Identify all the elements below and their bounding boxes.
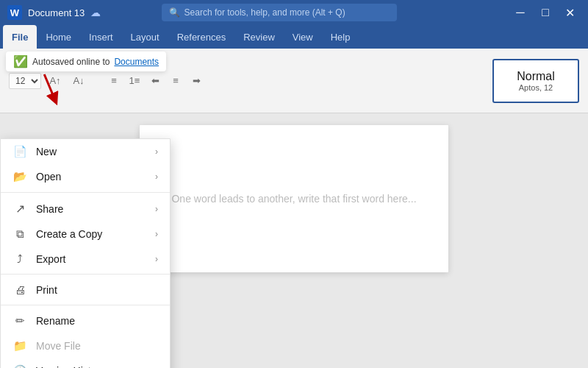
print-icon: 🖨 [12,283,27,296]
file-menu-overlay: 📄 New › 📂 Open › ↗ Share › ⧉ Cr [0,138,171,368]
minimize-button[interactable]: ─ [510,2,531,23]
tab-layout[interactable]: Layout [122,25,168,49]
export-icon: ⤴ [12,252,27,265]
move-file-icon: 📁 [12,339,27,353]
search-icon: 🔍 [169,7,180,18]
copy-icon: ⧉ [12,227,27,241]
export-label: Export [36,253,146,265]
window-controls: ─ □ ✕ [510,2,581,23]
menu-item-print[interactable]: 🖨 Print [1,277,170,302]
title-bar-left: W Document 13 ☁ [7,5,101,20]
version-history-label: Version History [36,365,158,368]
tab-insert[interactable]: Insert [80,25,122,49]
tab-file[interactable]: File [3,25,37,49]
svg-line-1 [37,74,62,99]
version-history-icon: 🕐 [12,364,27,368]
open-label: Open [36,171,146,183]
tab-home[interactable]: Home [37,25,80,49]
title-bar: W Document 13 ☁ 🔍 ─ □ ✕ [0,0,588,25]
style-card-subtitle: Aptos, 12 [519,83,553,92]
rename-label: Rename [36,315,158,327]
rename-icon: ✏ [12,314,27,328]
align-center-button[interactable]: ≡ [166,72,185,90]
align-right-button[interactable]: ➡ [187,72,206,90]
tab-view[interactable]: View [284,25,322,49]
tab-references[interactable]: References [168,25,234,49]
menu-item-rename[interactable]: ✏ Rename [1,308,170,333]
open-icon: 📂 [12,170,27,183]
menu-item-move-file: 📁 Move File [1,333,170,358]
close-button[interactable]: ✕ [560,2,581,23]
open-arrow-icon: › [155,171,158,182]
divider-2 [1,274,170,275]
word-app-icon: W [7,5,22,20]
new-arrow-icon: › [155,146,158,157]
menu-item-new[interactable]: 📄 New › [1,139,170,164]
divider-3 [1,305,170,305]
ribbon-tabs: File Home Insert Layout References Revie… [0,25,588,49]
export-arrow-icon: › [155,254,158,264]
document-title: Document 13 [28,7,85,18]
create-copy-label: Create a Copy [36,228,146,240]
autosave-check-icon: ✅ [13,54,28,68]
tab-review[interactable]: Review [234,25,284,49]
document-page[interactable]: One word leads to another, write that fi… [140,125,448,272]
menu-item-open[interactable]: 📂 Open › [1,164,170,189]
style-normal-card[interactable]: Normal Aptos, 12 [492,59,579,103]
new-icon: 📄 [12,145,27,158]
numbering-button[interactable]: 1≡ [125,72,144,90]
search-bar[interactable]: 🔍 [162,4,397,21]
share-label: Share [36,203,146,215]
menu-item-share[interactable]: ↗ Share › [1,196,170,222]
align-left-button[interactable]: ⬅ [146,72,165,90]
ribbon-toolbar: ✅ Autosaved online to Documents 12 A↑ [0,49,588,113]
style-card-name: Normal [517,70,555,83]
file-menu: 📄 New › 📂 Open › ↗ Share › ⧉ Cr [0,138,171,368]
search-input[interactable] [184,7,390,18]
font-shrink-button[interactable]: A↓ [69,72,88,90]
print-label: Print [36,284,158,296]
move-file-label: Move File [36,340,158,352]
autosave-bar: ✅ Autosaved online to Documents [6,52,166,71]
menu-item-create-copy[interactable]: ⧉ Create a Copy › [1,222,170,247]
autosave-link[interactable]: Documents [114,57,159,67]
app-window: W Document 13 ☁ 🔍 ─ □ ✕ File Home Insert… [0,0,588,368]
tab-help[interactable]: Help [322,25,359,49]
document-placeholder-text: One word leads to another, write that fi… [171,193,416,205]
create-copy-arrow-icon: › [155,229,158,239]
menu-item-export[interactable]: ⤴ Export › [1,247,170,271]
divider-1 [1,192,170,193]
autosave-text: Autosaved online to [32,57,110,67]
new-label: New [36,146,146,158]
bullets-button[interactable]: ≡ [104,72,123,90]
menu-item-version-history[interactable]: 🕐 Version History [1,358,170,368]
share-arrow-icon: › [155,204,158,214]
cloud-save-icon: ☁ [90,7,101,18]
share-icon: ↗ [12,202,27,216]
maximize-button[interactable]: □ [535,2,556,23]
